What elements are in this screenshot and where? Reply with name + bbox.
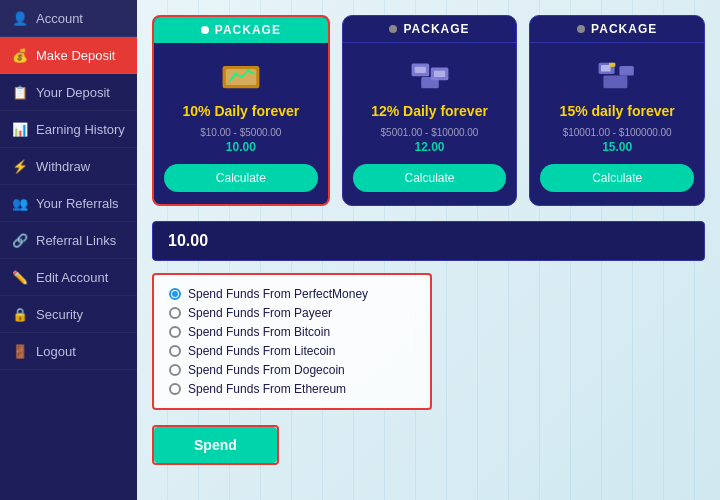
svg-rect-8 <box>421 77 439 88</box>
sidebar-item-earning-history[interactable]: 📊 Earning History <box>0 111 137 148</box>
package-header-2: PACKAGE <box>343 16 517 43</box>
sidebar-item-label: Referral Links <box>36 233 116 248</box>
package-icon-2 <box>405 55 455 95</box>
svg-point-3 <box>246 69 249 72</box>
payment-option-litecoin[interactable]: Spend Funds From Litecoin <box>169 344 415 358</box>
sidebar-item-label: Withdraw <box>36 159 90 174</box>
your-deposit-icon: 📋 <box>12 84 28 100</box>
spend-button[interactable]: Spend <box>154 427 277 463</box>
sidebar-item-label: Logout <box>36 344 76 359</box>
calculate-btn-1[interactable]: Calculate <box>164 164 318 192</box>
payment-option-payeer[interactable]: Spend Funds From Payeer <box>169 306 415 320</box>
sidebar-item-make-deposit[interactable]: 💰 Make Deposit <box>0 37 137 74</box>
package-dot-2 <box>389 25 397 33</box>
radio-payeer[interactable] <box>169 307 181 319</box>
package-body-3: 15% daily forever $10001.00 - $100000.00… <box>530 43 704 204</box>
svg-rect-12 <box>620 65 634 75</box>
radio-litecoin[interactable] <box>169 345 181 357</box>
spend-row: Spend <box>152 425 705 465</box>
package-icon-3 <box>592 55 642 95</box>
sidebar-item-label: Earning History <box>36 122 125 137</box>
sidebar-item-label: Security <box>36 307 83 322</box>
withdraw-icon: ⚡ <box>12 158 28 174</box>
svg-point-2 <box>234 72 237 75</box>
payment-label-ethereum: Spend Funds From Ethereum <box>188 382 346 396</box>
amount-input[interactable] <box>152 221 705 261</box>
radio-bitcoin[interactable] <box>169 326 181 338</box>
account-icon: 👤 <box>12 10 28 26</box>
svg-rect-5 <box>414 66 425 72</box>
edit-account-icon: ✏️ <box>12 269 28 285</box>
calculate-btn-2[interactable]: Calculate <box>353 164 507 192</box>
sidebar-item-your-deposit[interactable]: 📋 Your Deposit <box>0 74 137 111</box>
sidebar-item-your-referrals[interactable]: 👥 Your Referrals <box>0 185 137 222</box>
referral-links-icon: 🔗 <box>12 232 28 248</box>
payment-option-ethereum[interactable]: Spend Funds From Ethereum <box>169 382 415 396</box>
radio-ethereum[interactable] <box>169 383 181 395</box>
referrals-icon: 👥 <box>12 195 28 211</box>
sidebar-item-account[interactable]: 👤 Account <box>0 0 137 37</box>
payment-label-payeer: Spend Funds From Payeer <box>188 306 332 320</box>
sidebar-item-label: Account <box>36 11 83 26</box>
package-label-1: PACKAGE <box>215 23 281 37</box>
sidebar-item-security[interactable]: 🔒 Security <box>0 296 137 333</box>
package-icon-1 <box>216 55 266 95</box>
sidebar-item-logout[interactable]: 🚪 Logout <box>0 333 137 370</box>
package-dot-3 <box>577 25 585 33</box>
sidebar-item-label: Edit Account <box>36 270 108 285</box>
radio-dogecoin[interactable] <box>169 364 181 376</box>
sidebar-item-referral-links[interactable]: 🔗 Referral Links <box>0 222 137 259</box>
package-title-3: 15% daily forever <box>540 103 694 119</box>
sidebar-item-label: Your Deposit <box>36 85 110 100</box>
deposit-icon: 💰 <box>12 47 28 63</box>
svg-rect-7 <box>434 70 445 76</box>
radio-perfectmoney[interactable] <box>169 288 181 300</box>
package-range-2: $5001.00 - $10000.00 <box>353 127 507 138</box>
sidebar-item-label: Make Deposit <box>36 48 115 63</box>
package-body-2: 12% Daily forever $5001.00 - $10000.00 1… <box>343 43 517 204</box>
payment-option-perfectmoney[interactable]: Spend Funds From PerfectMoney <box>169 287 415 301</box>
package-min-2: 12.00 <box>353 140 507 154</box>
package-title-2: 12% Daily forever <box>353 103 507 119</box>
payment-option-bitcoin[interactable]: Spend Funds From Bitcoin <box>169 325 415 339</box>
package-card-1: PACKAGE 10% Daily forever $10.00 - $5000… <box>152 15 330 206</box>
amount-row <box>152 221 705 261</box>
main-content: PACKAGE 10% Daily forever $10.00 - $5000… <box>137 0 720 500</box>
package-range-1: $10.00 - $5000.00 <box>164 127 318 138</box>
payment-option-dogecoin[interactable]: Spend Funds From Dogecoin <box>169 363 415 377</box>
sidebar-item-edit-account[interactable]: ✏️ Edit Account <box>0 259 137 296</box>
package-dot-1 <box>201 26 209 34</box>
calculate-btn-3[interactable]: Calculate <box>540 164 694 192</box>
sidebar-item-label: Your Referrals <box>36 196 119 211</box>
sidebar: 👤 Account 💰 Make Deposit 📋 Your Deposit … <box>0 0 137 500</box>
package-label-2: PACKAGE <box>403 22 469 36</box>
package-title-1: 10% Daily forever <box>164 103 318 119</box>
packages-row: PACKAGE 10% Daily forever $10.00 - $5000… <box>152 15 705 206</box>
payment-label-perfectmoney: Spend Funds From PerfectMoney <box>188 287 368 301</box>
package-header-3: PACKAGE <box>530 16 704 43</box>
package-label-3: PACKAGE <box>591 22 657 36</box>
sidebar-item-withdraw[interactable]: ⚡ Withdraw <box>0 148 137 185</box>
earning-icon: 📊 <box>12 121 28 137</box>
spend-btn-wrapper: Spend <box>152 425 279 465</box>
package-card-2: PACKAGE 12% Daily forever $5001.00 - $10… <box>342 15 518 206</box>
package-body-1: 10% Daily forever $10.00 - $5000.00 10.0… <box>154 43 328 204</box>
package-min-3: 15.00 <box>540 140 694 154</box>
package-range-3: $10001.00 - $100000.00 <box>540 127 694 138</box>
svg-rect-11 <box>609 62 615 66</box>
payment-options: Spend Funds From PerfectMoney Spend Fund… <box>152 273 432 410</box>
logout-icon: 🚪 <box>12 343 28 359</box>
package-header-1: PACKAGE <box>154 17 328 43</box>
package-min-1: 10.00 <box>164 140 318 154</box>
payment-label-bitcoin: Spend Funds From Bitcoin <box>188 325 330 339</box>
svg-rect-13 <box>604 75 628 88</box>
payment-label-dogecoin: Spend Funds From Dogecoin <box>188 363 345 377</box>
security-icon: 🔒 <box>12 306 28 322</box>
package-card-3: PACKAGE 15% daily forever $10001.00 - $1… <box>529 15 705 206</box>
payment-label-litecoin: Spend Funds From Litecoin <box>188 344 335 358</box>
